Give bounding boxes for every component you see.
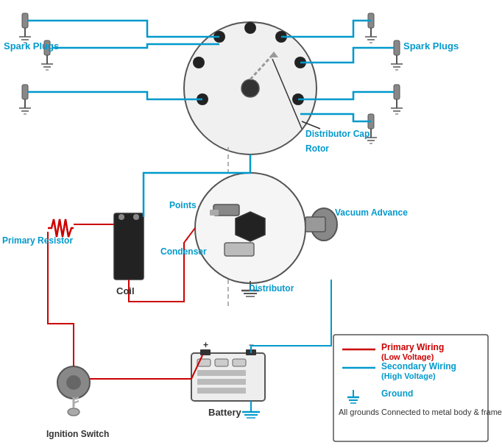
ignition-switch-label: Ignition Switch <box>46 429 109 439</box>
svg-rect-72 <box>394 85 400 99</box>
svg-point-3 <box>193 57 205 68</box>
primary-resistor-label: Primary Resistor <box>2 235 73 246</box>
svg-point-28 <box>68 408 79 416</box>
legend-primary-sub-label: (Low Voltage) <box>381 352 434 361</box>
coil-label: Coil <box>116 285 135 296</box>
svg-rect-67 <box>394 40 400 55</box>
battery-label: Battery <box>208 407 241 418</box>
legend-ground-label: Ground <box>381 388 413 399</box>
vacuum-advance-label: Vacuum Advance <box>335 207 408 218</box>
legend-secondary-label: Secondary Wiring <box>381 361 456 371</box>
svg-rect-23 <box>114 213 144 280</box>
svg-point-1 <box>244 22 256 34</box>
points-label: Points <box>169 200 197 210</box>
svg-marker-13 <box>236 212 265 241</box>
legend-secondary-sub-label: (High Voltage) <box>381 371 436 380</box>
svg-rect-37 <box>197 379 246 385</box>
svg-rect-35 <box>233 359 246 366</box>
svg-rect-38 <box>197 388 246 394</box>
diagram-container: + − <box>0 0 502 448</box>
svg-rect-22 <box>305 217 325 232</box>
svg-point-27 <box>66 375 81 390</box>
svg-text:+: + <box>203 340 208 350</box>
svg-point-25 <box>133 214 139 220</box>
svg-point-24 <box>119 214 124 220</box>
svg-rect-36 <box>197 370 246 376</box>
svg-rect-39 <box>200 349 211 355</box>
svg-rect-47 <box>22 13 28 28</box>
svg-rect-57 <box>22 85 28 99</box>
distributor-cap-label: Distributor Cap <box>305 129 370 139</box>
svg-rect-16 <box>225 243 254 256</box>
rotor-label: Rotor <box>305 143 329 154</box>
svg-rect-15 <box>210 210 219 216</box>
legend-primary-label: Primary Wiring <box>381 342 444 352</box>
distributor-label: Distributor <box>249 283 294 294</box>
spark-plugs-right-label: Spark Plugs <box>403 40 459 51</box>
condenser-label: Condenser <box>160 246 207 257</box>
spark-plugs-left-label: Spark Plugs <box>4 40 59 51</box>
legend-ground-sub-label: All grounds Connected to metal body & fr… <box>339 407 502 418</box>
svg-rect-34 <box>215 359 228 366</box>
svg-point-8 <box>241 79 259 97</box>
